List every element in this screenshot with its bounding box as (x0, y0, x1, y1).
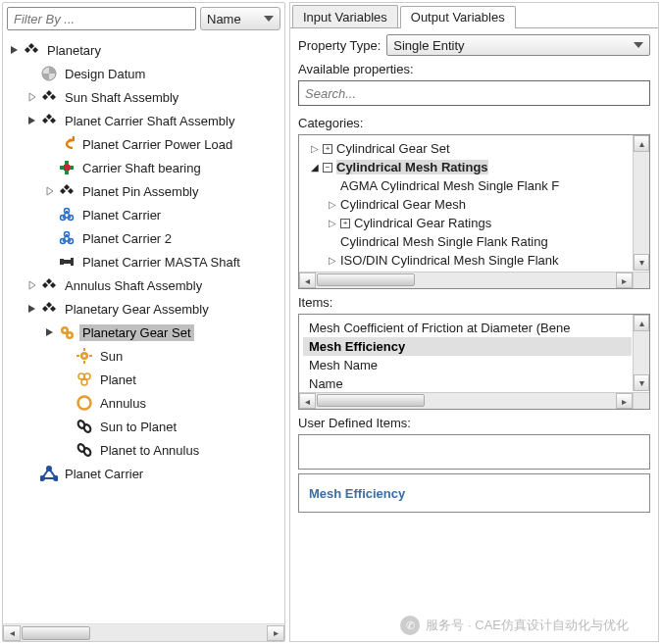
expand-icon[interactable] (26, 91, 38, 103)
tree-node-label: Planet Carrier (79, 207, 164, 223)
tree-hscrollbar[interactable] (3, 623, 284, 641)
output-variables-panel: Property Type: Single Entity Available p… (290, 28, 658, 641)
collapse-icon[interactable] (26, 115, 38, 126)
tree-node-label: Planet Carrier MASTA Shaft (79, 254, 243, 271)
categories-hscroll[interactable] (299, 272, 633, 288)
cat-cyl-gear-mesh[interactable]: ▷Cylindrical Gear Mesh (303, 195, 632, 214)
tree-node-label: Annulus Shaft Assembly (62, 277, 205, 294)
scroll-right-button[interactable] (267, 625, 284, 641)
tree-node-planetary-gear-asm[interactable]: Planetary Gear Assembly (5, 297, 282, 321)
planet-gear-icon (76, 371, 93, 388)
filter-toolbar: Name (3, 3, 284, 34)
scroll-track[interactable] (634, 331, 649, 374)
tree-node-power-load[interactable]: Planet Carrier Power Load (5, 132, 282, 156)
mesh-link-icon (76, 441, 93, 459)
diamond-cluster-icon (40, 300, 58, 318)
property-type-value: Single Entity (393, 38, 464, 53)
item-mesh-coef[interactable]: Mesh Coefficient of Friction at Diameter… (303, 319, 632, 337)
tree-node-planet-pin[interactable]: Planet Pin Assembly (5, 179, 282, 203)
tree-node-planet-gear[interactable]: Planet (5, 368, 282, 391)
tree-node-sun-gear[interactable]: Sun (5, 344, 282, 368)
selected-item-link[interactable]: Mesh Efficiency (309, 486, 405, 501)
categories-box: ▷+Cylindrical Gear Set ◢−Cylindrical Mes… (298, 134, 650, 289)
tree-node-design-datum[interactable]: Design Datum (5, 62, 282, 85)
scroll-track[interactable] (634, 152, 649, 254)
cat-iso-din[interactable]: ▷ISO/DIN Cylindrical Mesh Single Flank (303, 251, 632, 270)
categories-vscroll[interactable] (633, 135, 649, 271)
tree-node-planetary[interactable]: Planetary (5, 38, 282, 62)
cat-cyl-mesh-single[interactable]: Cylindrical Mesh Single Flank Rating (303, 232, 632, 251)
tree-node-planet-to-annulus[interactable]: Planet to Annulus (5, 438, 282, 462)
items-label: Items: (298, 295, 650, 310)
tree-node-label: Design Datum (62, 66, 148, 82)
expand-icon[interactable] (26, 279, 38, 291)
scroll-right-button[interactable] (616, 393, 633, 409)
item-mesh-name[interactable]: Mesh Name (303, 356, 632, 374)
tree-node-planet-carrier-1[interactable]: Planet Carrier (5, 203, 282, 226)
item-mesh-efficiency[interactable]: Mesh Efficiency (303, 337, 632, 356)
scroll-thumb[interactable] (22, 626, 90, 640)
user-defined-box[interactable] (298, 434, 650, 470)
carrier-icon (58, 206, 76, 223)
datum-icon (40, 65, 58, 82)
collapse-icon[interactable] (9, 44, 21, 56)
scroll-up-button[interactable] (634, 135, 649, 152)
scroll-thumb[interactable] (317, 273, 415, 286)
expand-icon[interactable] (44, 185, 56, 197)
scroll-track[interactable] (316, 272, 616, 288)
cat-agma[interactable]: AGMA Cylindrical Mesh Single Flank F (303, 176, 632, 195)
svg-point-25 (78, 373, 84, 379)
scroll-track[interactable] (21, 625, 267, 641)
filter-input[interactable] (7, 7, 196, 30)
items-vscroll[interactable] (633, 315, 649, 391)
tree-node-bearing[interactable]: Carrier Shaft bearing (5, 156, 282, 179)
search-input[interactable] (298, 80, 650, 106)
scroll-left-button[interactable] (3, 625, 21, 641)
tree-node-label: Planet Carrier Power Load (79, 136, 235, 153)
scroll-track[interactable] (316, 393, 616, 409)
collapse-icon[interactable] (26, 303, 38, 315)
cat-label: Cylindrical Mesh Ratings (336, 160, 488, 174)
svg-point-17 (64, 329, 67, 332)
cat-label: Cylindrical Mesh Single Flank Rating (340, 234, 548, 249)
tree-node-annulus-shaft[interactable]: Annulus Shaft Assembly (5, 273, 282, 297)
tree-node-label: Planetary (44, 42, 104, 59)
tree-node-masta-shaft[interactable]: Planet Carrier MASTA Shaft (5, 250, 282, 273)
cat-cylindrical-gear-set[interactable]: ▷+Cylindrical Gear Set (303, 139, 632, 158)
tree-node-sun-shaft[interactable]: Sun Shaft Assembly (5, 85, 282, 109)
items-hscroll[interactable] (299, 392, 633, 409)
component-tree[interactable]: Planetary Design Datum Sun Shaft Assembl… (3, 34, 284, 623)
cat-cylindrical-mesh-ratings[interactable]: ◢−Cylindrical Mesh Ratings (303, 158, 632, 176)
chevron-down-icon (634, 42, 643, 48)
scroll-left-button[interactable] (299, 393, 316, 409)
scroll-left-button[interactable] (299, 272, 316, 288)
property-type-select[interactable]: Single Entity (386, 34, 650, 56)
categories-list[interactable]: ▷+Cylindrical Gear Set ◢−Cylindrical Mes… (299, 135, 649, 287)
available-properties-label: Available properties: (298, 62, 650, 76)
scroll-up-button[interactable] (634, 315, 649, 331)
tree-node-annulus-gear[interactable]: Annulus (5, 391, 282, 415)
scroll-thumb[interactable] (317, 394, 425, 407)
tree-node-planet-carrier-shaft[interactable]: Planet Carrier Shaft Assembly (5, 109, 282, 132)
scroll-down-button[interactable] (634, 374, 649, 391)
svg-point-33 (47, 467, 51, 471)
tree-node-sun-to-planet[interactable]: Sun to Planet (5, 415, 282, 438)
name-dropdown-button[interactable]: Name (200, 7, 280, 30)
scroll-corner (633, 272, 649, 288)
cat-cyl-gear-ratings[interactable]: ▷+Cylindrical Gear Ratings (303, 214, 632, 232)
tab-output-variables[interactable]: Output Variables (400, 6, 516, 28)
diamond-cluster-icon (58, 182, 76, 200)
scroll-right-button[interactable] (616, 272, 633, 288)
tree-node-planet-carrier-2[interactable]: Planet Carrier 2 (5, 226, 282, 250)
item-name[interactable]: Name (303, 374, 632, 393)
cat-label: Cylindrical Gear Set (336, 141, 450, 156)
tree-node-planetary-gear-set[interactable]: Planetary Gear Set (5, 321, 282, 344)
scroll-down-button[interactable] (634, 254, 649, 271)
tab-input-variables[interactable]: Input Variables (292, 5, 398, 27)
collapse-icon[interactable] (44, 326, 56, 338)
tree-node-planet-carrier-bottom[interactable]: Planet Carrier (5, 462, 282, 485)
user-defined-label: User Defined Items: (298, 416, 650, 430)
svg-point-24 (83, 355, 86, 358)
svg-point-27 (81, 379, 87, 385)
svg-point-30 (82, 423, 91, 433)
